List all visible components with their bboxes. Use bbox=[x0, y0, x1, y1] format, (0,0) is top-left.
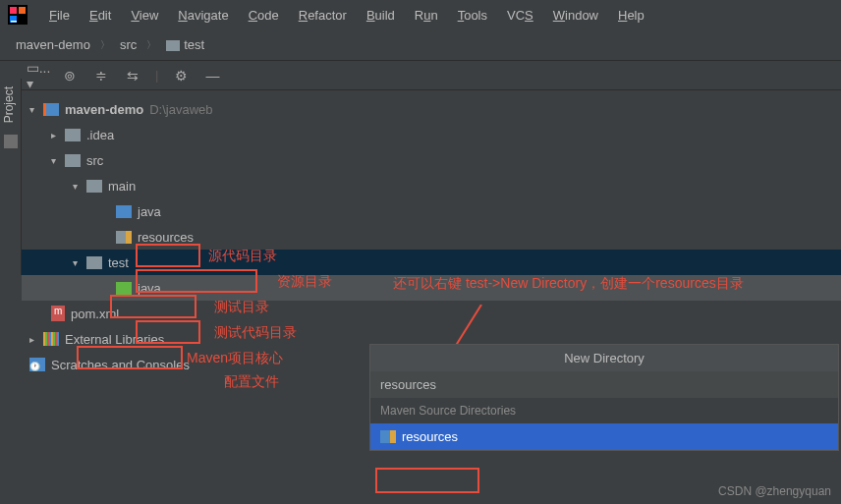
dialog-input-wrapper bbox=[370, 371, 838, 398]
tree-src[interactable]: ▾src bbox=[22, 147, 841, 173]
svg-rect-4 bbox=[11, 21, 17, 23]
new-directory-dialog: New Directory Maven Source Directories r… bbox=[369, 344, 839, 451]
tree-idea[interactable]: ▸.idea bbox=[22, 122, 841, 147]
menu-tools[interactable]: Tools bbox=[448, 4, 497, 27]
folder-icon bbox=[65, 129, 81, 141]
tree-java[interactable]: java bbox=[22, 198, 841, 224]
folder-icon bbox=[86, 256, 102, 269]
watermark: CSDN @zhengyquan bbox=[718, 484, 831, 498]
tree-root[interactable]: ▾maven-demoD:\javaweb bbox=[22, 96, 841, 122]
menubar: File Edit View Navigate Code Refactor Bu… bbox=[0, 0, 841, 29]
menu-view[interactable]: View bbox=[121, 4, 168, 27]
menu-file[interactable]: File bbox=[39, 4, 80, 27]
suggestion-section-label: Maven Source Directories bbox=[370, 398, 838, 423]
tree-test-java[interactable]: java bbox=[22, 275, 841, 301]
chevron-down-icon: ▾ bbox=[29, 104, 41, 115]
tree-test[interactable]: ▾test bbox=[22, 250, 841, 275]
menu-refactor[interactable]: Refactor bbox=[289, 4, 357, 27]
collapse-button[interactable]: ⇆ bbox=[124, 67, 141, 84]
chevron-down-icon: ▾ bbox=[73, 181, 84, 192]
library-icon bbox=[43, 332, 59, 346]
directory-name-input[interactable] bbox=[380, 377, 828, 392]
intellij-logo-icon bbox=[8, 5, 28, 25]
menu-window[interactable]: Window bbox=[543, 4, 608, 27]
menu-build[interactable]: Build bbox=[357, 4, 405, 27]
project-toolbar: ▭... ▾ ⊚ ≑ ⇆ | ⚙ — bbox=[22, 61, 841, 90]
chevron-down-icon: ▾ bbox=[51, 155, 63, 166]
breadcrumb-sep: 〉 bbox=[146, 38, 156, 52]
breadcrumb: maven-demo 〉 src 〉 test bbox=[0, 29, 841, 61]
project-tool-tab[interactable]: Project bbox=[0, 79, 22, 275]
project-tab-label: Project bbox=[0, 79, 18, 131]
menu-vcs[interactable]: VCS bbox=[497, 4, 543, 27]
settings-button[interactable]: ⚙ bbox=[172, 67, 190, 84]
chevron-down-icon: ▾ bbox=[73, 257, 84, 268]
suggestion-resources[interactable]: resources bbox=[370, 423, 838, 450]
annotation-box bbox=[375, 468, 479, 493]
view-mode-button[interactable]: ▭... ▾ bbox=[29, 67, 47, 84]
menu-navigate[interactable]: Navigate bbox=[168, 4, 238, 27]
menu-run[interactable]: Run bbox=[405, 4, 448, 27]
file-icon bbox=[4, 135, 18, 148]
tree-resources[interactable]: resources bbox=[22, 224, 841, 250]
dialog-title: New Directory bbox=[370, 345, 838, 371]
tree-pom[interactable]: pom.xml bbox=[22, 301, 841, 326]
menu-help[interactable]: Help bbox=[608, 4, 654, 27]
module-icon bbox=[43, 103, 59, 116]
breadcrumb-sep: 〉 bbox=[100, 38, 110, 52]
folder-icon bbox=[166, 40, 180, 51]
menu-edit[interactable]: Edit bbox=[80, 4, 121, 27]
menu-code[interactable]: Code bbox=[239, 4, 289, 27]
svg-rect-2 bbox=[19, 7, 26, 14]
target-button[interactable]: ⊚ bbox=[61, 67, 79, 84]
project-tree: ▾maven-demoD:\javaweb ▸.idea ▾src ▾main … bbox=[22, 90, 841, 383]
breadcrumb-project[interactable]: maven-demo bbox=[10, 35, 96, 54]
tree-main[interactable]: ▾main bbox=[22, 173, 841, 198]
folder-icon bbox=[86, 180, 102, 193]
chevron-right-icon: ▸ bbox=[51, 130, 63, 140]
maven-file-icon bbox=[51, 306, 65, 321]
expand-button[interactable]: ≑ bbox=[92, 67, 110, 84]
folder-icon bbox=[65, 154, 81, 167]
resource-folder-icon bbox=[116, 231, 132, 244]
source-folder-icon bbox=[116, 205, 132, 218]
scratch-icon bbox=[29, 358, 45, 371]
resource-folder-icon bbox=[380, 430, 396, 443]
svg-rect-1 bbox=[10, 7, 17, 14]
breadcrumb-test[interactable]: test bbox=[160, 35, 210, 54]
breadcrumb-src[interactable]: src bbox=[114, 35, 142, 54]
svg-rect-5 bbox=[4, 135, 18, 148]
hide-button[interactable]: — bbox=[203, 67, 221, 84]
test-folder-icon bbox=[116, 282, 132, 295]
chevron-right-icon: ▸ bbox=[29, 334, 41, 345]
